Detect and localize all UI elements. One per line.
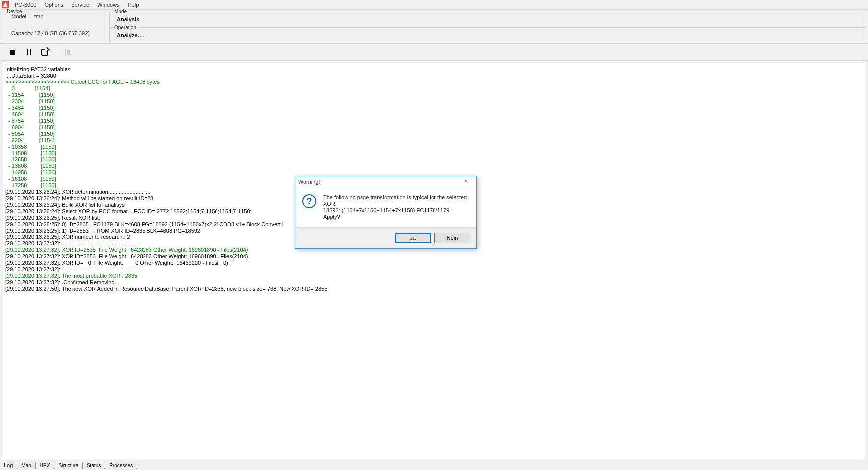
menubar: PC-3000 Options Service Windows Help [0,0,868,10]
menu-service[interactable]: Service [67,1,93,9]
panel-legend-operation: Operation [113,25,138,30]
close-icon: ✕ [464,178,468,185]
dialog-body: ? The following page transformation is t… [295,187,476,227]
device-capacity-label: Capacity [11,30,34,36]
disabled-icon [64,49,71,56]
panel-legend-mode: Mode [113,9,128,14]
pause-icon [27,49,31,55]
bottom-tabs: Log Map HEX Structure Status Processes [2,460,137,469]
tab-structure[interactable]: Structure [54,462,83,469]
question-icon: ? [302,194,316,208]
app-icon [2,1,9,8]
dialog-close-button[interactable]: ✕ [458,177,473,186]
tab-processes[interactable]: Processes [105,462,137,469]
tab-map[interactable]: Map [17,462,35,469]
device-model-value: tmp [34,13,43,19]
menu-help[interactable]: Help [124,1,143,9]
yes-button[interactable]: Ja [395,233,431,243]
toolbar [0,44,868,61]
tab-hex[interactable]: HEX [35,462,55,469]
pause-button[interactable] [22,46,36,59]
no-button[interactable]: Nein [434,233,470,243]
menu-app-title[interactable]: PC-3000 [11,1,40,9]
tab-log[interactable]: Log [2,461,17,469]
dialog-title-text: Warning! [298,179,320,185]
panel-legend-device: Device [5,9,24,14]
step-out-button[interactable] [38,46,52,59]
info-panels: Device Model tmp Capacity 17,48 GB (36 6… [0,10,868,44]
stop-button[interactable] [6,46,20,59]
mode-value: Analysis [110,12,866,22]
dialog-footer: Ja Nein [295,227,476,248]
log-area[interactable]: Initializing FAT32 variables ...DataStar… [3,63,865,459]
dialog-message: The following page transformation is typ… [323,194,469,220]
menu-windows[interactable]: Windows [93,1,124,9]
disabled-button [60,46,74,59]
device-capacity-value: 17,48 GB (36 667 392) [34,30,90,36]
arrow-box-icon [41,49,48,56]
panel-operation: Operation Analyze…. [109,28,866,44]
panel-device: Device Model tmp Capacity 17,48 GB (36 6… [2,12,107,43]
operation-value: Analyze…. [110,28,866,38]
panel-mode: Mode Analysis [109,12,866,28]
dialog-titlebar[interactable]: Warning! ✕ [295,176,476,187]
menu-options[interactable]: Options [40,1,67,9]
toolbar-separator [56,47,56,58]
tab-status[interactable]: Status [82,462,105,469]
stop-icon [10,50,15,55]
device-capacity-row: Capacity 17,48 GB (36 667 392) [2,29,107,37]
warning-dialog: Warning! ✕ ? The following page transfor… [295,176,477,249]
